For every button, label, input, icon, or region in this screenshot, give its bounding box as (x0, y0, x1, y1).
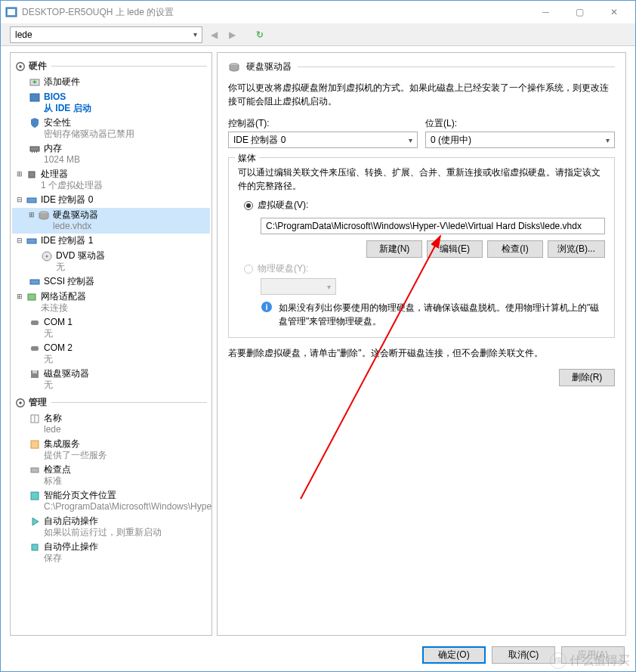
chevron-down-icon: ▾ (606, 136, 610, 144)
inspect-button[interactable]: 检查(I) (487, 240, 543, 258)
svg-rect-10 (36, 151, 37, 153)
sidebar-item-dvd[interactable]: DVD 驱动器 无 (12, 249, 210, 274)
maximize-button[interactable]: ▢ (563, 1, 597, 23)
controller-label: 控制器(T): (228, 117, 418, 130)
new-button[interactable]: 新建(N) (366, 240, 422, 258)
sidebar-item-memory[interactable]: 内存 1024 MB (12, 141, 210, 167)
expander-icon[interactable]: ⊞ (15, 291, 24, 302)
management-icon (15, 398, 26, 408)
location-select[interactable]: 0 (使用中) ▾ (425, 132, 615, 148)
vhd-path-input[interactable] (261, 218, 605, 234)
physical-radio: 物理硬盘(Y): (244, 262, 605, 275)
media-group-label: 媒体 (235, 152, 259, 165)
edit-button[interactable]: 编辑(E) (427, 240, 483, 258)
refresh-button[interactable]: ↻ (252, 27, 267, 42)
close-button[interactable]: ✕ (597, 1, 631, 23)
sidebar-item-autostart[interactable]: 自动启动操作 如果以前运行过，则重新启动 (12, 514, 210, 540)
svg-rect-30 (32, 544, 38, 550)
sidebar-item-security[interactable]: 安全性 密钥存储驱动器已禁用 (12, 116, 210, 141)
sidebar-item-scsi[interactable]: SCSI 控制器 (12, 274, 210, 290)
expander-icon[interactable]: ⊞ (15, 169, 24, 179)
svg-rect-12 (27, 198, 36, 203)
hardware-icon (15, 61, 26, 72)
media-group: 媒体 可以通过编辑关联文件来压缩、转换、扩展、合并、重新连接或收缩虚拟硬盘。请指… (228, 157, 615, 338)
integration-icon (29, 438, 41, 451)
nav-back-button[interactable]: ◀ (207, 28, 221, 42)
bios-icon (29, 91, 41, 104)
network-icon (26, 291, 38, 303)
name-icon: I (29, 413, 41, 425)
shield-icon (29, 117, 41, 129)
window-title: DESKTOP-ER5OUQH 上 lede 的设置 (22, 6, 529, 19)
media-description: 可以通过编辑关联文件来压缩、转换、扩展、合并、重新连接或收缩虚拟硬盘。请指定该文… (238, 166, 605, 193)
expander-icon[interactable]: ⊟ (15, 235, 24, 246)
vm-selector-value: lede (15, 29, 32, 40)
sidebar-item-smartpaging[interactable]: 智能分页文件位置 C:\ProgramData\Microsoft\Window… (12, 488, 210, 514)
sidebar-item-checkpoint[interactable]: 检查点 标准 (12, 463, 210, 488)
vhd-radio[interactable]: 虚拟硬盘(V): (244, 199, 605, 212)
info-icon: i (261, 301, 273, 313)
sidebar-item-network[interactable]: ⊞ 网络适配器 未连接 (12, 290, 210, 315)
sidebar-item-autostop[interactable]: 自动停止操作 保存 (12, 540, 210, 565)
minimize-button[interactable]: ─ (529, 1, 563, 23)
panel-title: 硬盘驱动器 (228, 60, 615, 73)
svg-rect-28 (31, 468, 39, 472)
floppy-icon (29, 368, 41, 380)
expander-icon[interactable]: ⊞ (27, 209, 36, 220)
chevron-down-icon: ▾ (193, 30, 197, 39)
sidebar-item-add-hardware[interactable]: + 添加硬件 (12, 75, 210, 90)
controller-select[interactable]: IDE 控制器 0 ▾ (228, 132, 418, 148)
svg-rect-7 (30, 147, 39, 151)
chevron-down-icon: ▾ (409, 136, 412, 144)
physical-info: i 如果没有列出你要使用的物理硬盘，请确保该磁盘脱机。使用物理计算机上的"磁盘管… (261, 301, 605, 328)
controller-icon (26, 194, 38, 206)
svg-rect-22 (32, 370, 37, 373)
svg-rect-14 (27, 239, 36, 243)
svg-text:+: + (32, 78, 37, 86)
management-section-header: 管理 (12, 394, 210, 411)
settings-sidebar: 硬件 + 添加硬件 BIOS 从 IDE 启动 安全性 密钥存储驱动器已禁用 (10, 52, 212, 636)
svg-point-3 (19, 65, 22, 68)
svg-rect-20 (31, 346, 39, 351)
controller-icon (26, 235, 38, 247)
svg-rect-11 (29, 172, 35, 178)
sidebar-item-floppy[interactable]: 磁盘驱动器 无 (12, 367, 210, 392)
watermark: 值 什么值得买 (544, 649, 636, 672)
sidebar-item-bios[interactable]: BIOS 从 IDE 启动 (12, 90, 210, 116)
svg-rect-19 (31, 321, 39, 325)
expander-icon[interactable]: ⊟ (15, 194, 24, 205)
svg-rect-17 (30, 280, 39, 284)
scsi-icon (29, 276, 41, 288)
ok-button[interactable]: 确定(O) (422, 646, 486, 664)
svg-rect-1 (8, 9, 15, 15)
delete-button[interactable]: 删除(R) (559, 369, 615, 386)
svg-rect-29 (31, 492, 39, 500)
sidebar-item-hdd[interactable]: ⊞ 硬盘驱动器 lede.vhdx (12, 208, 210, 234)
sidebar-item-ide0[interactable]: ⊟ IDE 控制器 0 (12, 193, 210, 208)
com-port-icon (29, 342, 41, 355)
main-panel: 硬盘驱动器 你可以更改将虚拟硬盘附加到虚拟机的方式。如果此磁盘上已经安装了一个操… (217, 52, 626, 636)
disk-icon (38, 209, 50, 221)
autostop-icon (29, 541, 41, 553)
vm-selector[interactable]: lede ▾ (10, 26, 202, 43)
sidebar-item-name[interactable]: I 名称 lede (12, 411, 210, 437)
dialog-footer: 确定(O) 取消(C) 应用(A) (1, 640, 635, 671)
sidebar-item-com2[interactable]: COM 2 无 (12, 341, 210, 367)
disk-icon (228, 61, 240, 73)
sidebar-item-ide1[interactable]: ⊟ IDE 控制器 1 (12, 234, 210, 249)
toolbar: lede ▾ ◀ ▶ ↻ (1, 23, 635, 46)
hardware-section-header: 硬件 (12, 57, 210, 75)
sidebar-item-processor[interactable]: ⊞ 处理器 1 个虚拟处理器 (12, 167, 210, 193)
cpu-icon (26, 169, 38, 181)
com-port-icon (29, 317, 41, 329)
svg-rect-8 (32, 151, 32, 153)
location-label: 位置(L): (425, 117, 615, 130)
nav-forward-button[interactable]: ▶ (225, 28, 239, 42)
dvd-icon (41, 250, 53, 262)
svg-rect-18 (28, 294, 36, 300)
sidebar-item-com1[interactable]: COM 1 无 (12, 315, 210, 341)
sidebar-item-integration[interactable]: 集成服务 提供了一些服务 (12, 437, 210, 463)
svg-point-24 (19, 401, 22, 404)
physical-disk-select: ▾ (261, 278, 336, 295)
browse-button[interactable]: 浏览(B)... (548, 240, 605, 258)
